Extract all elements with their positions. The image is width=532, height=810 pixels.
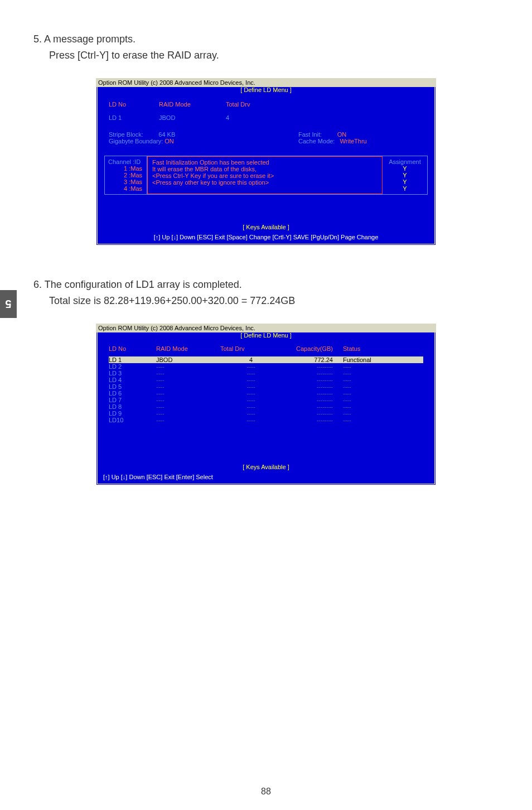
cell-status: ----: [343, 403, 393, 410]
table-row: LD 3--------------------: [109, 370, 423, 377]
cell-drv: ----: [220, 370, 282, 377]
assign-val: Y: [386, 185, 424, 192]
cell-ldno: LD 5: [109, 383, 156, 390]
cell-cap: --------: [282, 403, 343, 410]
cell-cap: 772.24: [282, 356, 343, 363]
cell-mode: JBOD: [156, 356, 220, 363]
bios1-settings: Stripe Block: 64 KB Gigabyte Boundary: O…: [98, 129, 434, 152]
channel-header: Channel :ID: [108, 158, 143, 165]
cell-mode: ----: [156, 403, 220, 410]
step5-instruction: Press [Ctrl-Y] to erase the RAID array.: [49, 50, 499, 61]
cell-status: ----: [343, 397, 393, 403]
cell-cap: --------: [282, 410, 343, 417]
bios-screenshot-2: Option ROM Utility (c) 2008 Advanced Mic…: [96, 324, 436, 485]
cache-val: WriteThru: [340, 138, 367, 144]
dialog-line: Fast Initialization Option has been sele…: [152, 159, 378, 166]
fast-val: ON: [337, 131, 347, 138]
bios1-footer: [↑] Up [↓] Down [ESC] Exit [Space] Chang…: [96, 230, 436, 245]
cell-drv: ----: [220, 390, 282, 397]
cell-ldno: LD 8: [109, 403, 156, 410]
cell-mode: ----: [156, 410, 220, 417]
bios2-keys-label: [ Keys Available ]: [98, 464, 434, 470]
cell-ldno: LD 9: [109, 410, 156, 417]
assign-val: Y: [386, 165, 424, 172]
assign-header: Assignment: [386, 158, 424, 165]
cell-cap: --------: [282, 383, 343, 390]
table-row: LD 6--------------------: [109, 390, 423, 397]
cell-cap: --------: [282, 417, 343, 423]
bios2-title: Option ROM Utility (c) 2008 Advanced Mic…: [96, 324, 436, 332]
cell-mode: ----: [156, 390, 220, 397]
assign-val: Y: [386, 179, 424, 185]
cell-ldno: LD 1: [109, 356, 156, 363]
channel-row: 3 :Mas: [108, 179, 143, 185]
dialog-line: <Press Ctrl-Y Key if you are sure to era…: [152, 172, 378, 179]
cell-ldno: LD10: [109, 417, 156, 423]
stripe-val: 64 KB: [158, 131, 175, 138]
assign-val: Y: [386, 172, 424, 179]
cell-ldno: LD 2: [109, 363, 156, 370]
row-ldno: LD 1: [109, 114, 159, 121]
hdr-status: Status: [343, 345, 393, 352]
cell-cap: --------: [282, 370, 343, 377]
table-row: LD10--------------------: [109, 417, 423, 423]
step6-instruction: Total size is 82.28+119.96+250.00+320.00…: [49, 295, 499, 307]
hdr-raidmode: RAID Mode: [159, 101, 226, 108]
table-row: LD 4--------------------: [109, 377, 423, 383]
cell-status: ----: [343, 370, 393, 377]
hdr-mode: RAID Mode: [156, 345, 220, 352]
channel-col: Channel :ID 1 :Mas 2 :Mas 3 :Mas 4 :Mas: [105, 156, 147, 194]
fast-label: Fast Init:: [298, 131, 322, 138]
cell-mode: ----: [156, 370, 220, 377]
gig-label: Gigabyte Boundary:: [109, 138, 163, 144]
cell-mode: ----: [156, 383, 220, 390]
step5-title: 5. A message prompts.: [33, 33, 499, 45]
cell-status: ----: [343, 383, 393, 390]
table-row: LD 7--------------------: [109, 397, 423, 403]
bios1-title: Option ROM Utility (c) 2008 Advanced Mic…: [96, 78, 436, 87]
cell-drv: ----: [220, 363, 282, 370]
gig-val: ON: [165, 138, 174, 144]
bios2-rows: LD 1JBOD4772.24FunctionalLD 2-----------…: [98, 356, 434, 468]
cell-drv: ----: [220, 397, 282, 403]
cell-ldno: LD 4: [109, 377, 156, 383]
cell-status: ----: [343, 390, 393, 397]
bios2-menu-label: [ Define LD Menu ]: [98, 332, 434, 339]
row-mode: JBOD: [159, 114, 226, 121]
cell-status: Functional: [343, 356, 393, 363]
cell-ldno: LD 6: [109, 390, 156, 397]
cell-drv: ----: [220, 410, 282, 417]
table-row: LD 2--------------------: [109, 363, 423, 370]
cell-status: ----: [343, 363, 393, 370]
hdr-ldno: LD No: [109, 345, 156, 352]
cell-mode: ----: [156, 417, 220, 423]
bios2-header: LD No RAID Mode Total Drv Capacity(GB) S…: [98, 339, 434, 356]
cell-drv: 4: [220, 356, 282, 363]
hdr-ldno: LD No: [109, 101, 159, 108]
row-drv: 4: [226, 114, 287, 121]
cell-cap: --------: [282, 377, 343, 383]
cell-status: ----: [343, 410, 393, 417]
bios-screenshot-1: Option ROM Utility (c) 2008 Advanced Mic…: [96, 78, 436, 245]
stripe-label: Stripe Block:: [109, 131, 143, 138]
bios1-keys-label: [ Keys Available ]: [98, 224, 434, 230]
hdr-drv: Total Drv: [220, 345, 282, 352]
dialog-line: It will erase the MBR data of the disks,: [152, 166, 378, 172]
cell-drv: ----: [220, 377, 282, 383]
page-number: 88: [0, 787, 532, 797]
channel-row: 1 :Mas: [108, 165, 143, 172]
bios1-menu-label: [ Define LD Menu ]: [98, 86, 434, 93]
cell-drv: ----: [220, 403, 282, 410]
dialog-line: <Press any other key to ignore this opti…: [152, 179, 378, 186]
cell-status: ----: [343, 377, 393, 383]
cell-cap: --------: [282, 363, 343, 370]
assignment-col: Assignment Y Y Y Y: [383, 156, 427, 194]
table-row[interactable]: LD 1JBOD4772.24Functional: [109, 356, 423, 363]
table-row: LD 9--------------------: [109, 410, 423, 417]
cell-cap: --------: [282, 397, 343, 403]
cell-mode: ----: [156, 397, 220, 403]
cell-ldno: LD 3: [109, 370, 156, 377]
cell-ldno: LD 7: [109, 397, 156, 403]
hdr-totaldrv: Total Drv: [226, 101, 287, 108]
confirm-dialog[interactable]: Fast Initialization Option has been sele…: [147, 156, 383, 194]
